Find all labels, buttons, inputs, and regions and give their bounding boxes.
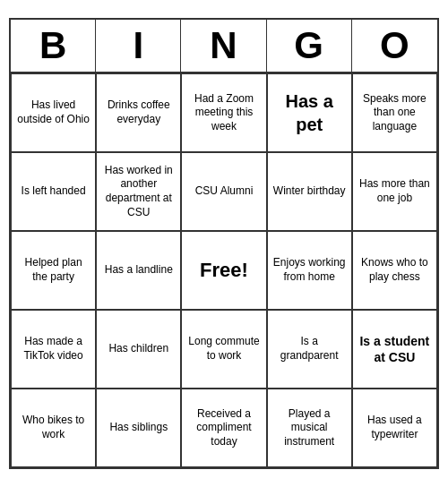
cell-9: Has more than one job: [352, 152, 437, 231]
cell-17: Long commute to work: [181, 310, 266, 389]
cell-12: Free!: [181, 231, 266, 310]
header-letter-g: G: [267, 20, 352, 72]
cell-0: Has lived outside of Ohio: [11, 73, 96, 152]
cell-4: Speaks more than one language: [352, 73, 437, 152]
cell-11: Has a landline: [96, 231, 181, 310]
cell-13: Enjoys working from home: [267, 231, 352, 310]
cell-6: Has worked in another department at CSU: [96, 152, 181, 231]
cell-2: Had a Zoom meeting this week: [181, 73, 266, 152]
cell-24: Has used a typewriter: [352, 389, 437, 467]
cell-10: Helped plan the party: [11, 231, 96, 310]
cell-22: Received a compliment today: [181, 389, 266, 467]
cell-3: Has a pet: [267, 73, 352, 152]
cell-19: Is a student at CSU: [352, 310, 437, 389]
cell-18: Is a grandparent: [267, 310, 352, 389]
header-letter-i: I: [96, 20, 181, 72]
header-letter-o: O: [352, 20, 437, 72]
cell-14: Knows who to play chess: [352, 231, 437, 310]
cell-1: Drinks coffee everyday: [96, 73, 181, 152]
cell-7: CSU Alumni: [181, 152, 266, 231]
cell-16: Has children: [96, 310, 181, 389]
bingo-header: BINGO: [11, 20, 437, 73]
header-letter-n: N: [181, 20, 266, 72]
cell-21: Has siblings: [96, 389, 181, 467]
header-letter-b: B: [11, 20, 96, 72]
cell-20: Who bikes to work: [11, 389, 96, 467]
cell-23: Played a musical instrument: [267, 389, 352, 467]
cell-8: Winter birthday: [267, 152, 352, 231]
bingo-card: BINGO Has lived outside of OhioDrinks co…: [9, 18, 439, 469]
cell-5: Is left handed: [11, 152, 96, 231]
bingo-grid: Has lived outside of OhioDrinks coffee e…: [11, 73, 437, 467]
cell-15: Has made a TikTok video: [11, 310, 96, 389]
